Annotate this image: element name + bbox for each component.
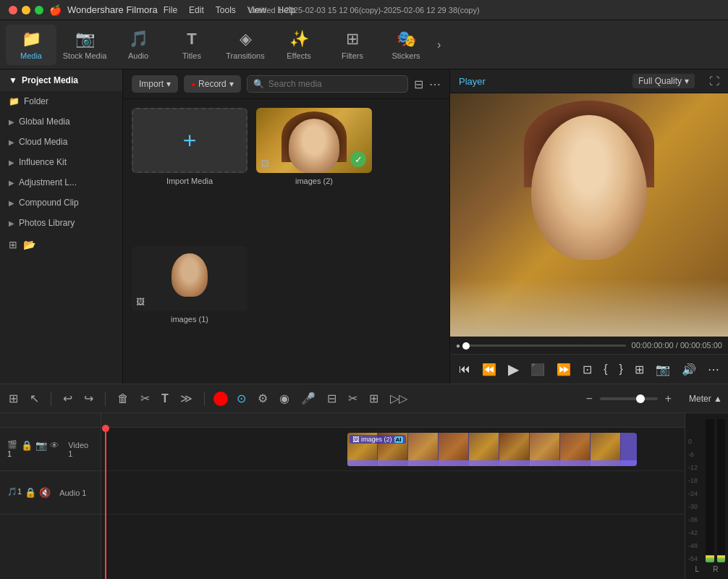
- divider2: [105, 392, 106, 406]
- add-timeline-button[interactable]: ⊞: [632, 360, 646, 379]
- toolbar-stickers[interactable]: 🎭 Stickers: [381, 25, 431, 65]
- timeline-toolbar: ⊞ ↖ ↩ ↪ 🗑 ✂ T ≫ ⊙ ⚙ ◉ 🎤 ⊟ ✂ ⊞ ▷▷ − + Met…: [0, 384, 728, 413]
- cut-button[interactable]: ✂: [137, 389, 153, 408]
- meter-scale: 0 -6 -12 -18 -24 -30 -36 -42 -48 -54: [688, 419, 703, 562]
- media-item-images2[interactable]: 🖼 ✓ images (2): [256, 108, 372, 237]
- record-label: Record: [198, 79, 227, 89]
- influence-kit-arrow: ▶: [9, 159, 14, 166]
- voiceover-button[interactable]: 🎤: [298, 389, 318, 408]
- select-tool-button[interactable]: ↖: [27, 389, 42, 408]
- mark-in-button[interactable]: {: [601, 360, 609, 378]
- track-icons-video1: 🎬1 🔒 📷 👁: [7, 440, 59, 458]
- timeline-seek-bar[interactable]: [466, 345, 626, 347]
- more-options-icon[interactable]: ⋯: [429, 77, 441, 91]
- search-input[interactable]: [268, 79, 402, 89]
- timeline-dot-icon: ●: [456, 342, 460, 350]
- ruler-label-spacer: [0, 413, 101, 428]
- record-button[interactable]: ● Record ▾: [184, 75, 241, 93]
- snapshot-button[interactable]: 📷: [653, 360, 672, 379]
- timeline-content: 🎬1 🔒 📷 👁 Video 1 🎵1 🔒 🔇 Audio 1: [0, 413, 728, 579]
- import-button[interactable]: Import ▾: [132, 75, 178, 93]
- more-tools-button[interactable]: ≫: [177, 389, 195, 408]
- clip-label: images (2): [361, 436, 392, 443]
- sidebar-folder-icon[interactable]: 📂: [23, 239, 35, 250]
- divider1: [51, 392, 51, 406]
- toolbar-filters[interactable]: ⊞ Filters: [327, 25, 378, 65]
- player-tab[interactable]: Player: [459, 76, 486, 87]
- maximize-button[interactable]: [35, 6, 43, 14]
- photos-label: Photos Library: [19, 218, 75, 228]
- toolbar-audio[interactable]: 🎵 Audio: [113, 25, 164, 65]
- zoom-slider[interactable]: [600, 397, 658, 400]
- delete-button[interactable]: 🗑: [114, 389, 132, 408]
- sidebar: ▼ Project Media 📁 Folder ▶ Global Media …: [0, 69, 123, 384]
- menu-tools[interactable]: Tools: [216, 5, 236, 15]
- sidebar-item-folder[interactable]: 📁 Folder: [0, 91, 122, 111]
- mark-out-button[interactable]: }: [617, 360, 625, 378]
- track-label-video1: 🎬1 🔒 📷 👁 Video 1: [0, 428, 101, 471]
- text-button[interactable]: T: [158, 389, 172, 408]
- toolbar-titles[interactable]: T Titles: [166, 25, 217, 65]
- project-media-header[interactable]: ▼ Project Media: [0, 69, 122, 91]
- scene-detect-button[interactable]: ⊞: [6, 389, 21, 408]
- sidebar-item-compound-clip[interactable]: ▶ Compound Clip: [0, 193, 122, 213]
- media-panel: Import ▾ ● Record ▾ 🔍 ⊟ ⋯ + Import Media: [123, 69, 449, 384]
- undo-button[interactable]: ↩: [60, 389, 75, 408]
- playback-button[interactable]: ▷▷: [387, 389, 410, 408]
- pip-button[interactable]: ⊞: [366, 389, 381, 408]
- playhead[interactable]: [105, 428, 106, 579]
- video-clip[interactable]: 🖼 images (2) AI: [347, 433, 637, 466]
- play-button[interactable]: ▶: [506, 358, 521, 380]
- skip-back-button[interactable]: ⏮: [457, 360, 473, 378]
- search-box: 🔍: [247, 75, 408, 93]
- toolbar-more-chevron[interactable]: ›: [434, 38, 444, 51]
- stock-media-label: Stock Media: [63, 51, 107, 60]
- settings-button[interactable]: ⚙: [255, 389, 271, 408]
- toolbar-stock-media[interactable]: 📷 Stock Media: [59, 25, 110, 65]
- audio-track-row[interactable]: [101, 471, 685, 515]
- meter-label[interactable]: Meter ▲: [689, 394, 722, 404]
- menu-file[interactable]: File: [164, 5, 177, 15]
- ai-tools-button[interactable]: ✂: [345, 389, 360, 408]
- audio-button[interactable]: 🔊: [680, 360, 698, 379]
- sidebar-item-cloud-media[interactable]: ▶ Cloud Media: [0, 132, 122, 152]
- timeline-record-button[interactable]: [213, 392, 228, 406]
- fullscreen-icon[interactable]: ⛶: [709, 75, 719, 87]
- audio1-mute-icon[interactable]: 🔇: [39, 487, 51, 498]
- sidebar-item-influence-kit[interactable]: ▶ Influence Kit: [0, 152, 122, 172]
- close-button[interactable]: [9, 6, 17, 14]
- clip-badge: 🖼 images (2) AI: [350, 435, 406, 444]
- menu-edit[interactable]: Edit: [189, 5, 204, 15]
- toolbar-media[interactable]: 📁 Media: [6, 25, 56, 65]
- import-media-item[interactable]: + Import Media: [132, 108, 247, 237]
- redo-button[interactable]: ↪: [81, 389, 96, 408]
- toolbar-transitions[interactable]: ◈ Transitions: [220, 25, 271, 65]
- playhead-button[interactable]: ⊙: [234, 389, 249, 408]
- audio1-lock-icon[interactable]: 🔒: [25, 487, 36, 498]
- sidebar-add-icon[interactable]: ⊞: [9, 239, 17, 250]
- scene-list-button[interactable]: ⊟: [324, 389, 339, 408]
- clip-audio-bar: [347, 460, 637, 466]
- minimize-button[interactable]: [22, 6, 30, 14]
- zoom-in-button[interactable]: +: [662, 389, 674, 408]
- step-forward-button[interactable]: ⏩: [554, 360, 573, 379]
- more-player-button[interactable]: ⋯: [706, 360, 721, 379]
- sidebar-item-photos-library[interactable]: ▶ Photos Library: [0, 213, 122, 233]
- selected-badge: ✓: [350, 151, 366, 167]
- stop-button[interactable]: ⬛: [528, 360, 547, 379]
- video1-eye-icon[interactable]: 👁: [50, 440, 59, 458]
- sidebar-item-adjustment[interactable]: ▶ Adjustment L...: [0, 172, 122, 193]
- zoom-out-button[interactable]: −: [583, 389, 595, 408]
- tracks-area[interactable]: 0:00 00:00:02:00 00:00:04:00 00:00:06:00…: [101, 413, 685, 579]
- video1-lock-icon[interactable]: 🔒: [21, 440, 33, 458]
- step-back-button[interactable]: ⏪: [480, 360, 499, 379]
- sidebar-item-global-media[interactable]: ▶ Global Media: [0, 111, 122, 132]
- video1-camera-icon[interactable]: 📷: [35, 440, 47, 458]
- clip-volume-button[interactable]: ◉: [276, 389, 292, 408]
- media-item-images1[interactable]: 🖼 images (1): [132, 246, 247, 376]
- filter-icon[interactable]: ⊟: [414, 77, 423, 91]
- toolbar-effects[interactable]: ✨ Effects: [274, 25, 324, 65]
- crop-button[interactable]: ⊡: [580, 360, 594, 379]
- quality-selector[interactable]: Full Quality ▾: [632, 74, 695, 88]
- video-track-row[interactable]: 🖼 images (2) AI: [101, 428, 685, 471]
